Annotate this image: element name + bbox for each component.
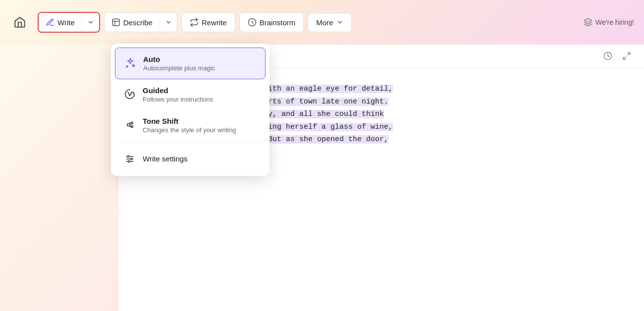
- svg-point-13: [127, 156, 129, 157]
- top-bar: Write Describe: [0, 0, 644, 45]
- guided-desc: Follows your instructions: [143, 96, 213, 103]
- svg-point-9: [131, 126, 133, 128]
- dropdown-divider: [119, 143, 262, 143]
- guided-icon: [123, 87, 137, 101]
- svg-point-7: [127, 123, 130, 126]
- write-chevron-button[interactable]: [82, 13, 99, 32]
- svg-line-5: [628, 52, 630, 55]
- toneshift-title: Tone Shift: [143, 117, 236, 125]
- history-icon[interactable]: [600, 50, 615, 62]
- svg-rect-0: [112, 19, 119, 26]
- write-main-button[interactable]: Write: [39, 13, 82, 32]
- hiring-link[interactable]: We're hiring!: [584, 18, 634, 27]
- dropdown-item-toneshift[interactable]: Tone Shift Changes the style of your wri…: [115, 110, 266, 141]
- write-button-group[interactable]: Write: [38, 12, 100, 33]
- svg-point-8: [131, 122, 133, 124]
- auto-title: Auto: [143, 55, 215, 63]
- describe-main-button[interactable]: Describe: [105, 13, 160, 32]
- sidebar-left: [0, 45, 119, 311]
- svg-point-15: [128, 160, 130, 162]
- svg-line-6: [623, 57, 626, 59]
- settings-title: Write settings: [143, 155, 188, 163]
- describe-button-group[interactable]: Describe: [104, 12, 177, 32]
- auto-desc: Autocomplete plus magic: [143, 64, 215, 72]
- write-dropdown-menu: Auto Autocomplete plus magic Guided Foll…: [111, 44, 269, 176]
- dropdown-item-auto[interactable]: Auto Autocomplete plus magic: [115, 48, 266, 79]
- toneshift-desc: Changes the style of your writing: [143, 126, 236, 134]
- dropdown-settings[interactable]: Write settings: [115, 145, 266, 172]
- home-icon[interactable]: [10, 12, 30, 32]
- settings-icon: [123, 152, 137, 166]
- guided-title: Guided: [143, 86, 213, 95]
- svg-point-14: [131, 158, 132, 159]
- dropdown-item-guided[interactable]: Guided Follows your instructions: [115, 79, 266, 110]
- expand-icon[interactable]: [619, 50, 634, 62]
- more-button[interactable]: More: [308, 13, 351, 32]
- rewrite-button[interactable]: Rewrite: [181, 12, 235, 32]
- toneshift-icon: [123, 118, 137, 132]
- auto-icon: [123, 56, 137, 70]
- brainstorm-button[interactable]: Brainstorm: [239, 12, 304, 32]
- describe-chevron-button[interactable]: [160, 13, 177, 32]
